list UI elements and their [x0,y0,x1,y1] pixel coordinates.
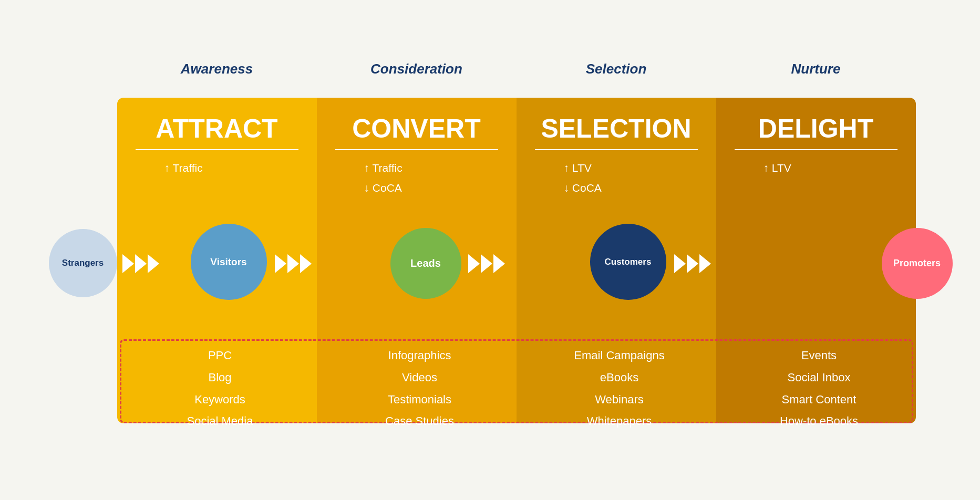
convert-tool-3: Testimonials [321,389,519,411]
delight-tool-1: Events [720,345,918,367]
chevron-1a [122,254,134,273]
convert-title: CONVERT [317,113,517,144]
convert-tool-4: Case Studies [321,410,519,432]
convert-divider [335,149,498,150]
arrows-1 [122,254,159,273]
diagram: Awareness Consideration Selection Nurtur… [44,45,937,455]
selection-tool-3: Webinars [521,389,718,411]
phase-consideration: Consideration [317,61,517,77]
strangers-node: Strangers [49,229,117,297]
attract-tools: PPC Blog Keywords Social Media [121,345,319,432]
chevron-1b [135,254,147,273]
attract-tool-2: Blog [121,367,319,389]
convert-tool-1: Infographics [321,345,519,367]
selection-divider [535,149,698,150]
selection-metrics: ↑ LTV ↓ CoCA [564,158,602,198]
chevron-3a [468,254,480,273]
attract-tool-3: Keywords [121,389,319,411]
leads-label: Leads [410,257,441,269]
delight-metric-1: ↑ LTV [764,158,791,178]
customers-node: Customers [590,224,666,300]
delight-title: DELIGHT [716,113,916,144]
selection-tool-2: eBooks [521,367,718,389]
delight-tool-4: How-to eBooks [720,410,918,432]
chevron-4a [674,254,686,273]
phase-selection: Selection [517,61,716,77]
attract-tool-1: PPC [121,345,319,367]
attract-tool-4: Social Media [121,410,319,432]
convert-tool-2: Videos [321,367,519,389]
chevron-2b [287,254,299,273]
chevron-4b [687,254,698,273]
promoters-label: Promoters [893,258,941,269]
visitors-node: Visitors [191,224,267,300]
arrows-2 [275,254,312,273]
leads-node: Leads [390,228,461,299]
chevron-3b [481,254,492,273]
delight-tool-2: Social Inbox [720,367,918,389]
customers-label: Customers [605,257,652,267]
arrows-3 [468,254,505,273]
selection-title: SELECTION [517,113,716,144]
chevron-2a [275,254,286,273]
phase-nurture: Nurture [716,61,916,77]
delight-tools: Events Social Inbox Smart Content How-to… [720,345,918,432]
selection-tool-4: Whitepapers [521,410,718,432]
visitors-label: Visitors [210,256,246,268]
chevron-1c [148,254,159,273]
attract-metrics: ↑ Traffic [164,158,203,178]
delight-divider [735,149,898,150]
convert-metrics: ↑ Traffic ↓ CoCA [364,158,403,198]
selection-tools: Email Campaigns eBooks Webinars Whitepap… [521,345,718,432]
strangers-label: Strangers [62,258,104,268]
promoters-node: Promoters [882,228,953,299]
chevron-4c [699,254,711,273]
selection-metric-2: ↓ CoCA [564,178,602,198]
attract-metric-1: ↑ Traffic [164,158,203,178]
chevron-2c [300,254,312,273]
phase-awareness: Awareness [117,61,317,77]
delight-tool-3: Smart Content [720,389,918,411]
chevron-3c [493,254,505,273]
attract-title: ATTRACT [117,113,317,144]
convert-tools: Infographics Videos Testimonials Case St… [321,345,519,432]
arrows-4 [674,254,711,273]
convert-metric-1: ↑ Traffic [364,158,403,178]
delight-metrics: ↑ LTV [764,158,791,178]
selection-metric-1: ↑ LTV [564,158,602,178]
convert-metric-2: ↓ CoCA [364,178,403,198]
selection-tool-1: Email Campaigns [521,345,718,367]
attract-divider [136,149,298,150]
